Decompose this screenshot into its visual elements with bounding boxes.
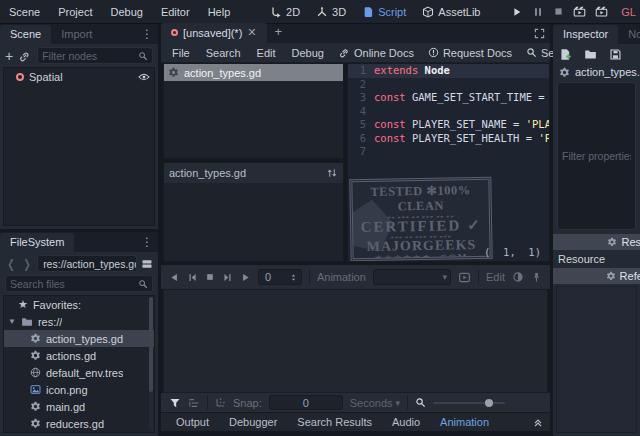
file-label: reducers.gd: [46, 418, 104, 430]
new-resource-icon[interactable]: [559, 48, 572, 61]
search-icon: [138, 279, 148, 289]
autoplay-on-load-icon[interactable]: [458, 271, 471, 284]
script-menu-edit[interactable]: Edit: [250, 45, 283, 61]
pin-panel-icon[interactable]: [531, 272, 542, 283]
file-row-store[interactable]: store.gd: [4, 432, 154, 433]
menu-editor[interactable]: Editor: [152, 6, 199, 18]
onion-skinning-icon[interactable]: [512, 271, 524, 283]
scene-node-spatial[interactable]: Spatial: [4, 68, 154, 85]
frame-value: 0: [265, 271, 285, 283]
bottom-tab-audio[interactable]: Audio: [383, 415, 429, 429]
menu-project[interactable]: Project: [49, 6, 101, 18]
close-icon[interactable]: ✕: [247, 26, 256, 39]
file-row-reducers[interactable]: reducers.gd: [4, 415, 154, 432]
track-list-icon[interactable]: [188, 397, 200, 409]
renderer-dropdown[interactable]: GL: [621, 6, 636, 18]
nav-back-button[interactable]: ❬: [5, 257, 17, 271]
view-2d-label: 2D: [286, 6, 300, 18]
bottom-tab-debugger[interactable]: Debugger: [220, 415, 286, 429]
add-node-button[interactable]: +: [5, 51, 13, 61]
new-tab-button[interactable]: +: [267, 23, 291, 43]
group-resource[interactable]: Resource: [553, 251, 640, 267]
stop-animation-button[interactable]: [205, 272, 215, 282]
animation-timeline[interactable]: [163, 289, 548, 393]
stop-button[interactable]: [553, 6, 564, 17]
script-menu-search[interactable]: Search: [199, 45, 248, 61]
online-docs-button[interactable]: Online Docs: [333, 45, 420, 61]
menu-scene[interactable]: Scene: [0, 6, 49, 18]
edit-button[interactable]: Edit: [486, 271, 505, 283]
view-3d-button[interactable]: 3D: [316, 6, 346, 18]
scene-tab-unsaved[interactable]: [unsaved](*) ✕: [161, 23, 267, 43]
menu-debug[interactable]: Debug: [101, 6, 151, 18]
root-folder-row[interactable]: ▼ res://: [4, 313, 154, 330]
tab-scene[interactable]: Scene: [0, 25, 51, 44]
tab-import[interactable]: Import: [51, 25, 102, 44]
code-editor[interactable]: 1extends Node 2 3const GAME_SET_START_TI…: [347, 63, 550, 262]
script-menu-file[interactable]: File: [165, 45, 197, 61]
filter-properties-input[interactable]: [562, 150, 631, 162]
pause-button[interactable]: [532, 6, 544, 18]
expand-bottom-panel-icon[interactable]: [532, 416, 544, 428]
group-label: Resource: [558, 253, 605, 265]
spatial-node-icon: [16, 73, 24, 81]
script-editor-panel: [unsaved](*) ✕ + File Search Edit Debug …: [161, 24, 550, 262]
file-row-icon-png[interactable]: icon.png: [4, 381, 154, 398]
filter-nodes-input[interactable]: [42, 50, 138, 62]
nav-forward-button[interactable]: ❭: [21, 257, 33, 271]
view-2d-button[interactable]: 2D: [270, 6, 300, 18]
step-backwards-button[interactable]: [187, 272, 198, 283]
tab-inspector[interactable]: Inspector: [553, 25, 618, 44]
file-row-action-types[interactable]: action_types.gd: [4, 330, 154, 347]
step-forwards-button[interactable]: [222, 272, 233, 283]
request-docs-button[interactable]: Request Docs: [422, 45, 518, 61]
search-files-input[interactable]: [10, 278, 138, 290]
category-reference[interactable]: Reference: [553, 268, 640, 284]
visibility-eye-icon[interactable]: [138, 71, 150, 83]
members-list[interactable]: [164, 183, 343, 261]
dock-menu-icon[interactable]: ⋮: [136, 235, 158, 252]
tab-filesystem[interactable]: FileSystem: [0, 233, 74, 252]
script-menu-debug[interactable]: Debug: [285, 45, 331, 61]
snap-unit-dropdown[interactable]: Seconds▾: [350, 397, 400, 409]
bottom-tab-search-results[interactable]: Search Results: [288, 415, 381, 429]
file-row-default-env[interactable]: default_env.tres: [4, 364, 154, 381]
animation-select-dropdown[interactable]: ▾: [373, 269, 451, 285]
bottom-tab-animation[interactable]: Animation: [431, 415, 498, 429]
scene-dock: Scene Import ⋮ + Spatial: [0, 24, 158, 229]
spin-arrows-icon[interactable]: [289, 272, 298, 283]
play-animation-button[interactable]: [240, 272, 251, 283]
play-button[interactable]: [511, 6, 523, 18]
file-row-main[interactable]: main.gd: [4, 398, 154, 415]
play-custom-scene-button[interactable]: [595, 5, 608, 18]
bottom-tab-output[interactable]: Output: [167, 415, 218, 429]
dock-menu-icon[interactable]: ⋮: [136, 27, 158, 44]
scene-tab-label: [unsaved](*): [183, 27, 242, 39]
script-list-item[interactable]: action_types.gd: [164, 64, 343, 81]
file-row-actions[interactable]: actions.gd: [4, 347, 154, 364]
slider-knob[interactable]: [485, 399, 493, 407]
play-backwards-button[interactable]: [169, 272, 180, 283]
instance-scene-button[interactable]: [19, 50, 31, 62]
category-resource[interactable]: Resource: [553, 234, 640, 250]
collapse-arrow-icon[interactable]: ▼: [8, 317, 16, 326]
menu-help[interactable]: Help: [199, 6, 240, 18]
request-docs-label: Request Docs: [443, 47, 512, 59]
play-scene-button[interactable]: [573, 5, 586, 18]
scrollbar[interactable]: [149, 297, 153, 431]
load-resource-icon[interactable]: [584, 48, 597, 61]
sort-members-icon[interactable]: [326, 167, 338, 179]
filter-tracks-icon[interactable]: [169, 397, 181, 409]
edited-object-row[interactable]: action_types.gd: [553, 63, 640, 81]
view-assetlib-button[interactable]: AssetLib: [422, 6, 480, 18]
tab-node[interactable]: Node: [618, 25, 640, 44]
split-mode-icon[interactable]: [141, 258, 153, 270]
timeline-zoom-slider[interactable]: [433, 402, 505, 404]
favorites-row[interactable]: ★ Favorites:: [4, 296, 154, 313]
file-label: action_types.gd: [46, 333, 123, 345]
distraction-free-icon[interactable]: [529, 26, 550, 43]
snap-value-box[interactable]: 0: [269, 395, 343, 410]
frame-spinbox[interactable]: 0: [258, 269, 302, 285]
view-script-button[interactable]: Script: [362, 6, 406, 18]
save-resource-icon[interactable]: [609, 48, 622, 61]
